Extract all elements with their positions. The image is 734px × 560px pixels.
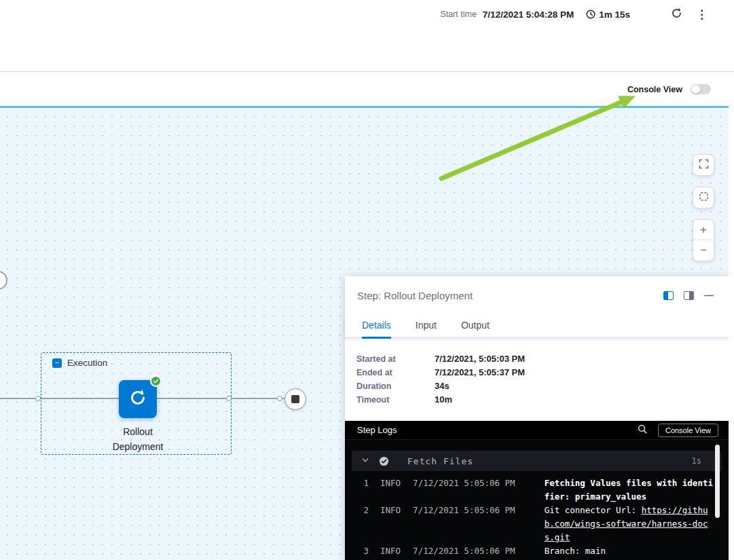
marquee-selection-icon bbox=[699, 191, 709, 204]
start-time-label: Start time bbox=[440, 10, 477, 19]
elapsed-duration: 1m 15s bbox=[599, 10, 630, 20]
node-label: Rollout Deployment bbox=[80, 424, 196, 454]
log-line: 2 INFO 7/12/2021 5:05:06 PM Git connecto… bbox=[352, 504, 722, 544]
log-level: INFO bbox=[380, 504, 401, 517]
rollout-icon bbox=[129, 389, 147, 409]
rollout-deployment-node[interactable] bbox=[119, 380, 157, 418]
zoom-out-button[interactable]: − bbox=[693, 240, 714, 261]
log-line-number: 3 bbox=[352, 544, 369, 558]
start-time-value: 7/12/2021 5:04:28 PM bbox=[483, 10, 574, 20]
dock-left-button[interactable] bbox=[663, 291, 674, 300]
refresh-icon bbox=[671, 7, 682, 22]
log-message: Branch: main bbox=[545, 544, 715, 558]
fullscreen-button[interactable] bbox=[693, 154, 714, 176]
detail-value: 10m bbox=[435, 393, 452, 407]
console-view-toggle-label: Console View bbox=[627, 85, 682, 94]
page-gutter bbox=[729, 106, 734, 560]
previous-stage-node-partial bbox=[0, 271, 7, 290]
log-line-number: 2 bbox=[352, 504, 369, 517]
detail-row: Started at 7/12/2021, 5:05:03 PM bbox=[356, 352, 729, 366]
collapse-group-button[interactable]: − bbox=[52, 358, 62, 368]
execution-meta: Start time 7/12/2021 5:04:28 PM 1m 15s ⋮ bbox=[440, 5, 708, 23]
dock-right-icon bbox=[684, 291, 694, 300]
canvas-controls: + − bbox=[693, 154, 714, 261]
edge-connector-dot bbox=[226, 396, 232, 401]
log-scrollbar-thumb[interactable] bbox=[715, 445, 720, 518]
stage-end-node[interactable] bbox=[285, 388, 306, 410]
node-label-line2: Deployment bbox=[80, 439, 196, 454]
success-badge-icon bbox=[150, 375, 162, 387]
kebab-menu-button[interactable]: ⋮ bbox=[696, 9, 708, 20]
toggle-knob bbox=[691, 85, 700, 94]
zoom-in-button[interactable]: + bbox=[693, 220, 714, 240]
dock-left-icon bbox=[663, 291, 674, 300]
detail-value: 7/12/2021, 5:05:37 PM bbox=[435, 366, 525, 379]
log-body: Fetch Files 1s 1 INFO 7/12/2021 5:05:06 … bbox=[345, 440, 729, 560]
log-timestamp: 7/12/2021 5:05:06 PM bbox=[413, 544, 515, 558]
step-logs-title: Step Logs bbox=[357, 425, 638, 435]
step-details-list: Started at 7/12/2021, 5:05:03 PM Ended a… bbox=[345, 339, 729, 407]
section-success-icon bbox=[379, 456, 389, 466]
dock-right-button[interactable] bbox=[684, 291, 694, 300]
step-details-panel: Step: Rollout Deployment — Details Input… bbox=[345, 276, 729, 560]
zoom-group: + − bbox=[693, 219, 714, 261]
edge-connector-dot bbox=[277, 396, 282, 401]
stop-square-icon bbox=[291, 395, 299, 403]
execution-header-bar: Start time 7/12/2021 5:04:28 PM 1m 15s ⋮ bbox=[0, 0, 734, 72]
detail-row: Timeout 10m bbox=[356, 393, 729, 407]
tab-output[interactable]: Output bbox=[461, 320, 490, 337]
node-label-line1: Rollout bbox=[80, 424, 196, 439]
log-line-number: 1 bbox=[352, 477, 369, 490]
detail-value: 7/12/2021, 5:05:03 PM bbox=[435, 352, 525, 366]
log-timestamp: 7/12/2021 5:05:06 PM bbox=[413, 477, 515, 490]
detail-label: Duration bbox=[356, 379, 435, 393]
log-level: INFO bbox=[380, 477, 401, 490]
console-view-toggle[interactable] bbox=[691, 84, 711, 94]
execution-group-label: Execution bbox=[67, 358, 107, 368]
log-message: Fetching Values files with identifier: p… bbox=[545, 477, 715, 504]
log-lines: 1 INFO 7/12/2021 5:05:06 PM Fetching Val… bbox=[352, 477, 722, 558]
chevron-down-icon bbox=[361, 455, 369, 467]
detail-value: 34s bbox=[435, 379, 449, 393]
clock-icon bbox=[586, 10, 595, 19]
tab-details[interactable]: Details bbox=[362, 320, 391, 337]
step-panel-title: Step: Rollout Deployment bbox=[357, 290, 663, 301]
detail-label: Started at bbox=[356, 352, 435, 366]
view-options-bar: Console View bbox=[0, 73, 734, 106]
detail-label: Ended at bbox=[356, 366, 435, 379]
step-logs-console: Step Logs Console View Fetch Files 1s bbox=[345, 421, 729, 560]
execution-group-header: − Execution bbox=[52, 358, 107, 368]
log-search-button[interactable] bbox=[638, 424, 647, 436]
log-message-prefix: Git connector Url: bbox=[545, 505, 642, 515]
log-line: 3 INFO 7/12/2021 5:05:06 PM Branch: main bbox=[352, 544, 722, 558]
detail-label: Timeout bbox=[356, 393, 435, 407]
log-section-name: Fetch Files bbox=[407, 456, 692, 466]
minimize-panel-button[interactable]: — bbox=[704, 291, 714, 300]
detail-row: Duration 34s bbox=[356, 379, 729, 393]
step-panel-header: Step: Rollout Deployment — bbox=[345, 276, 729, 314]
edge-connector-dot bbox=[35, 396, 41, 401]
step-logs-header: Step Logs Console View bbox=[345, 421, 729, 440]
log-message: Git connector Url: https://github.com/wi… bbox=[545, 504, 715, 544]
log-line: 1 INFO 7/12/2021 5:05:06 PM Fetching Val… bbox=[352, 477, 722, 504]
fullscreen-icon bbox=[699, 159, 709, 172]
panel-layout-controls: — bbox=[663, 291, 714, 300]
log-timestamp: 7/12/2021 5:05:06 PM bbox=[413, 504, 515, 517]
log-section-fetch-files[interactable]: Fetch Files 1s bbox=[352, 451, 722, 471]
tab-input[interactable]: Input bbox=[416, 320, 437, 337]
fit-selection-button[interactable] bbox=[693, 187, 714, 208]
console-view-button[interactable]: Console View bbox=[658, 424, 718, 437]
log-level: INFO bbox=[380, 544, 401, 558]
step-panel-tabs: Details Input Output bbox=[345, 314, 729, 339]
detail-row: Ended at 7/12/2021, 5:05:37 PM bbox=[356, 366, 729, 379]
refresh-button[interactable] bbox=[671, 7, 682, 22]
search-icon bbox=[638, 424, 647, 436]
log-section-duration: 1s bbox=[692, 456, 701, 466]
